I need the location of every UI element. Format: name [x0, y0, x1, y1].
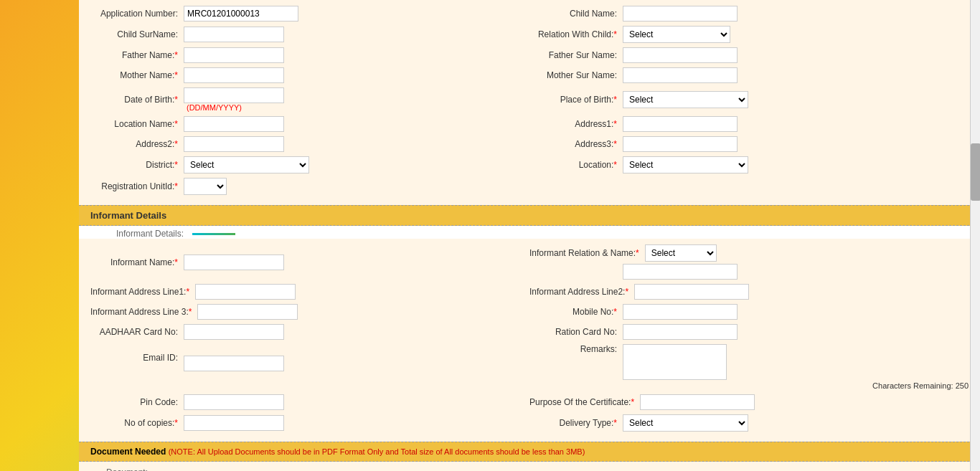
location-select[interactable]: Select: [623, 156, 748, 173]
document-section-header: Document Needed (NOTE: All Upload Docume…: [79, 442, 980, 462]
child-name-label: Child Name:: [529, 9, 623, 19]
informant-addr1-input[interactable]: [195, 284, 296, 300]
address2-label: Address2:*: [90, 139, 184, 149]
mother-surname-label: Mother Sur Name:: [529, 70, 623, 80]
informant-addr2-label: Informant Address Line2:*: [529, 287, 634, 297]
top-form-section: Application Number: Child Name: Child Su…: [79, 0, 980, 205]
district-label: District:*: [90, 160, 184, 170]
delivery-type-label: Delivery Type:*: [529, 418, 623, 428]
father-name-input[interactable]: [184, 47, 284, 63]
reg-unit-select[interactable]: [184, 178, 227, 195]
no-of-copies-input[interactable]: [184, 415, 284, 431]
informant-name-input[interactable]: [184, 254, 284, 270]
informant-relation-label: Informant Relation & Name:*: [529, 248, 645, 258]
informant-name-label: Informant Name:*: [90, 257, 184, 267]
informant-addr3-input[interactable]: [197, 304, 298, 320]
chars-remaining: Characters Remaining: 250: [872, 381, 969, 390]
district-select[interactable]: Select: [184, 156, 309, 173]
child-surname-label: Child SurName:: [90, 29, 184, 39]
address3-label: Address3:*: [529, 139, 623, 149]
father-surname-label: Father Sur Name:: [529, 50, 623, 60]
relation-with-child-label: Relation With Child:*: [529, 29, 623, 39]
ration-label: Ration Card No:: [529, 327, 623, 337]
address1-label: Address1:*: [529, 119, 623, 129]
scrollbar[interactable]: [970, 0, 980, 471]
informant-addr3-label: Informant Address Line 3:*: [90, 307, 197, 317]
address2-input[interactable]: [184, 136, 284, 152]
pin-code-label: Pin Code:: [90, 397, 184, 407]
remarks-label: Remarks:: [529, 344, 623, 354]
informant-addr1-label: Informant Address Line1:*: [90, 287, 195, 297]
no-of-copies-label: No of copies:*: [90, 418, 184, 428]
mobile-no-input[interactable]: [623, 304, 738, 320]
document-form-section: Document:: [79, 462, 980, 471]
place-of-birth-label: Place of Birth:*: [529, 95, 623, 105]
email-label: Email ID:: [90, 353, 184, 363]
mother-surname-input[interactable]: [623, 67, 738, 83]
dob-label: Date of Birth:*: [90, 95, 184, 105]
informant-addr2-input[interactable]: [634, 284, 749, 300]
informant-relation-name-input[interactable]: [623, 264, 738, 280]
application-number-input[interactable]: [184, 6, 298, 22]
child-surname-input[interactable]: [184, 27, 284, 42]
child-name-input[interactable]: [623, 6, 738, 22]
location-label: Location:*: [529, 160, 623, 170]
location-name-input[interactable]: [184, 116, 284, 132]
informant-relation-select[interactable]: Select: [645, 244, 717, 262]
delivery-type-select[interactable]: Select: [623, 414, 748, 432]
father-surname-input[interactable]: [623, 47, 738, 63]
address3-input[interactable]: [623, 136, 738, 152]
mobile-no-label: Mobile No:*: [529, 307, 623, 317]
place-of-birth-select[interactable]: Select: [623, 91, 748, 108]
reg-unit-label: Registration UnitId:*: [90, 181, 184, 191]
mother-name-label: Mother Name:*: [90, 70, 184, 80]
informant-section-header: Informant Details: [79, 205, 980, 226]
informant-subheader-label: Informant Details:: [90, 229, 184, 239]
aadhaar-input[interactable]: [184, 324, 284, 340]
dob-hint: (DD/MM/YYYY): [187, 103, 284, 112]
ration-input[interactable]: [623, 324, 738, 340]
relation-with-child-select[interactable]: Select: [623, 26, 730, 43]
dob-input[interactable]: [184, 87, 284, 103]
address1-input[interactable]: [623, 116, 738, 132]
informant-subheader: Informant Details:: [79, 226, 980, 239]
document-subheader-label: Document:: [90, 467, 148, 471]
purpose-input[interactable]: [640, 394, 755, 410]
document-note: (NOTE: All Upload Documents should be in…: [169, 447, 585, 456]
purpose-label: Purpose Of the Certificate:*: [529, 397, 640, 407]
application-number-label: Application Number:: [90, 9, 184, 19]
location-name-label: Location Name:*: [90, 119, 184, 129]
informant-form-section: Informant Name:* Informant Relation & Na…: [79, 239, 980, 442]
pin-code-input[interactable]: [184, 394, 284, 410]
email-input[interactable]: [184, 356, 284, 371]
aadhaar-label: AADHAAR Card No:: [90, 327, 184, 337]
remarks-textarea[interactable]: [623, 344, 727, 380]
father-name-label: Father Name:*: [90, 50, 184, 60]
mother-name-input[interactable]: [184, 67, 284, 83]
